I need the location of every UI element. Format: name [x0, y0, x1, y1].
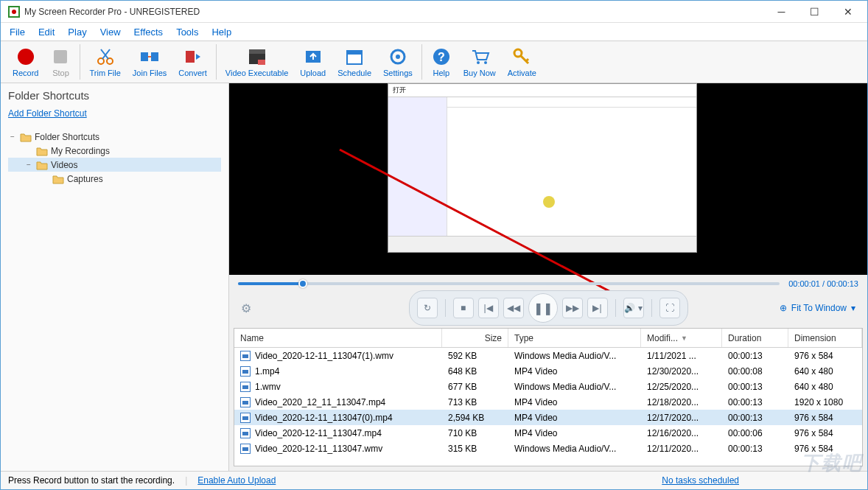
file-type: Windows Media Audio/V... — [508, 442, 641, 455]
enable-auto-upload-link[interactable]: Enable Auto Upload — [197, 475, 276, 486]
video-exe-button[interactable]: Video Executable — [220, 42, 294, 82]
join-button[interactable]: Join Files — [127, 42, 172, 82]
help-button[interactable]: ?Help — [425, 42, 458, 82]
svg-rect-8 — [151, 52, 158, 61]
col-duration[interactable]: Duration — [722, 329, 788, 347]
add-folder-shortcut-link[interactable]: Add Folder Shortcut — [8, 108, 87, 119]
repeat-button[interactable]: ↻ — [417, 298, 438, 318]
folder-icon — [36, 160, 48, 170]
video-file-icon — [240, 351, 251, 361]
expand-toggle[interactable]: − — [8, 133, 17, 141]
no-tasks-link[interactable]: No tasks scheduled — [662, 475, 739, 486]
menu-play[interactable]: Play — [68, 27, 86, 38]
file-modified: 1/11/2021 ... — [641, 349, 722, 363]
table-row[interactable]: Video_2020-12-11_113047.mp4710 KBMP4 Vid… — [234, 425, 862, 441]
menu-edit[interactable]: Edit — [38, 27, 55, 38]
expand-toggle[interactable]: − — [24, 161, 33, 169]
svg-rect-11 — [249, 49, 265, 54]
buy-button[interactable]: Buy Now — [458, 42, 502, 82]
file-duration: 00:00:13 — [722, 396, 788, 409]
file-modified: 12/16/2020... — [641, 427, 722, 440]
maximize-button[interactable]: ☐ — [798, 1, 831, 22]
video-file-icon — [240, 444, 251, 454]
file-dimension: 976 x 584 — [788, 442, 862, 455]
table-row[interactable]: Video_2020_12_11_113047.mp4713 KBMP4 Vid… — [234, 394, 862, 410]
tree-node[interactable]: −Videos — [8, 158, 221, 172]
svg-rect-4 — [54, 50, 67, 63]
next-button[interactable]: ▶| — [587, 298, 608, 318]
activate-button[interactable]: Activate — [502, 42, 542, 82]
join-icon — [139, 46, 160, 67]
close-button[interactable]: ✕ — [831, 1, 864, 22]
toolbar: Record Stop Trim File Join Files Convert… — [1, 41, 867, 83]
scissors-icon — [95, 46, 116, 67]
menu-help[interactable]: Help — [211, 27, 231, 38]
toolbar-sep — [80, 44, 80, 80]
stop-button: Stop — [44, 42, 77, 82]
menu-file[interactable]: File — [10, 27, 25, 38]
convert-icon — [183, 46, 203, 67]
forward-button[interactable]: ▶▶ — [562, 298, 583, 318]
table-row[interactable]: 1.mp4648 KBMP4 Video12/30/2020...00:00:0… — [234, 363, 862, 379]
settings-button[interactable]: Settings — [377, 42, 419, 82]
table-row[interactable]: Video_2020-12-11_113047(0).mp42,594 KBMP… — [234, 410, 862, 425]
video-file-icon — [240, 382, 251, 392]
svg-text:?: ? — [438, 51, 445, 63]
cart-icon — [469, 46, 490, 67]
file-dimension: 976 x 584 — [788, 427, 862, 440]
volume-button[interactable]: 🔊 ▾ — [623, 298, 644, 318]
stop-icon — [50, 46, 71, 67]
file-size: 592 KB — [442, 349, 508, 363]
col-name[interactable]: Name — [234, 329, 442, 347]
file-size: 677 KB — [442, 380, 508, 393]
menu-tools[interactable]: Tools — [176, 27, 198, 38]
tree-label: Folder Shortcuts — [35, 132, 99, 142]
file-modified: 12/18/2020... — [641, 396, 722, 409]
convert-button[interactable]: Convert — [172, 42, 213, 82]
tree-node[interactable]: −Folder Shortcuts — [8, 130, 221, 144]
col-type[interactable]: Type — [508, 329, 641, 347]
upload-button[interactable]: Upload — [294, 42, 332, 82]
schedule-button[interactable]: Schedule — [332, 42, 377, 82]
fullscreen-button[interactable]: ⛶ — [659, 298, 680, 318]
tree-label: My Recordings — [51, 146, 110, 156]
file-modified: 12/25/2020... — [641, 380, 722, 393]
file-type: MP4 Video — [508, 365, 641, 378]
prev-button[interactable]: |◀ — [478, 298, 499, 318]
tree-node[interactable]: Captures — [8, 172, 221, 186]
col-modified[interactable]: Modifi...▼ — [641, 329, 722, 347]
gear-icon — [388, 46, 408, 67]
control-stop-button[interactable]: ■ — [453, 298, 474, 318]
sort-desc-icon: ▼ — [681, 335, 687, 342]
minimize-button[interactable]: ─ — [765, 1, 798, 22]
col-dimension[interactable]: Dimension — [788, 329, 862, 347]
table-row[interactable]: Video_2020-12-11_113047(1).wmv592 KBWind… — [234, 348, 862, 363]
record-button[interactable]: Record — [7, 42, 44, 82]
svg-rect-12 — [258, 60, 265, 65]
fit-to-window-dropdown[interactable]: ⊕Fit To Window▾ — [780, 303, 855, 313]
trim-button[interactable]: Trim File — [83, 42, 126, 82]
video-file-icon — [240, 397, 251, 407]
menu-bar: File Edit Play View Effects Tools Help — [1, 23, 867, 41]
player-settings-icon[interactable]: ⚙ — [241, 301, 251, 315]
title-bar: My Screen Recorder Pro - UNREGISTERED ─ … — [1, 1, 867, 23]
record-icon — [15, 46, 36, 67]
menu-effects[interactable]: Effects — [134, 27, 164, 38]
file-list-header: Name Size Type Modifi...▼ Duration Dimen… — [234, 329, 862, 348]
calendar-icon — [344, 46, 365, 67]
tree-node[interactable]: My Recordings — [8, 144, 221, 158]
table-row[interactable]: 1.wmv677 KBWindows Media Audio/V...12/25… — [234, 379, 862, 394]
seek-bar[interactable] — [238, 282, 780, 285]
file-type: Windows Media Audio/V... — [508, 349, 641, 363]
menu-view[interactable]: View — [100, 27, 121, 38]
file-duration: 00:00:08 — [722, 365, 788, 378]
col-size[interactable]: Size — [442, 329, 508, 347]
key-icon — [511, 46, 532, 67]
file-name: Video_2020-12-11_113047(0).mp4 — [255, 413, 393, 423]
table-row[interactable]: Video_2020-12-11_113047.wmv315 KBWindows… — [234, 441, 862, 456]
rewind-button[interactable]: ◀◀ — [503, 298, 524, 318]
play-pause-button[interactable]: ❚❚ — [528, 293, 558, 323]
file-modified: 12/11/2020... — [641, 442, 722, 455]
seek-thumb[interactable] — [298, 279, 307, 288]
clapper-icon — [247, 46, 267, 67]
